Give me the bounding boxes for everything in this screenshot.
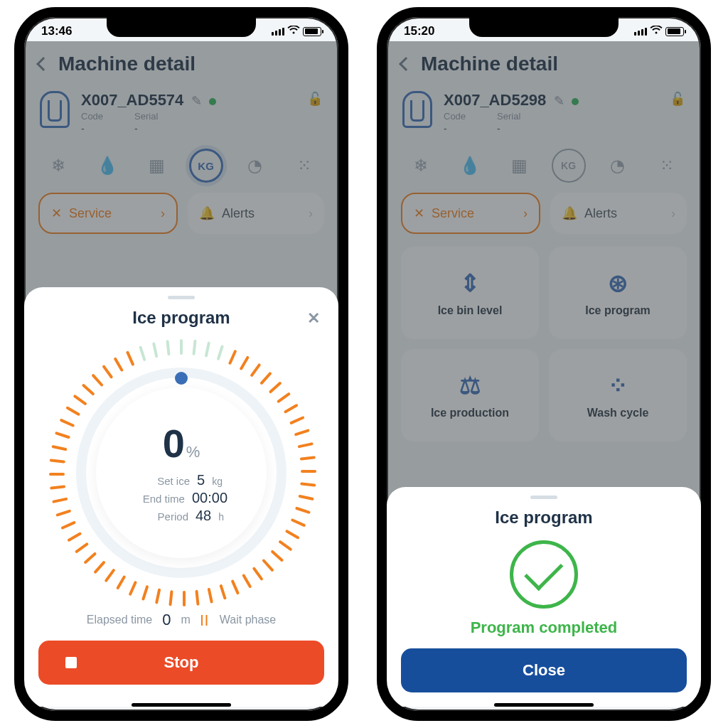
close-button[interactable]: Close <box>401 648 687 692</box>
elapsed-value: 0 <box>162 611 171 629</box>
pause-icon: || <box>200 614 210 626</box>
ice-program-sheet: Ice program ✕ 0% Set ice5kg End time00:0… <box>24 287 338 707</box>
clock: 13:46 <box>41 24 72 38</box>
end-time-value: 00:00 <box>192 490 228 506</box>
percent-value: 0 <box>163 421 185 466</box>
wifi-icon <box>287 24 300 38</box>
period-value: 48 <box>196 508 211 524</box>
stop-button[interactable]: Stop <box>38 641 324 685</box>
battery-icon <box>665 27 684 36</box>
sheet-title: Ice program <box>495 508 592 527</box>
set-ice-value: 5 <box>197 472 205 488</box>
notch <box>469 17 619 37</box>
wifi-icon <box>650 24 663 38</box>
stop-label: Stop <box>164 653 199 672</box>
period-unit: h <box>218 511 224 523</box>
gauge-marker <box>175 372 188 385</box>
home-indicator[interactable] <box>132 703 231 707</box>
set-ice-unit: kg <box>212 476 223 487</box>
signal-icon <box>272 28 284 36</box>
phase-label: Wait phase <box>220 614 276 626</box>
progress-gauge: 0% Set ice5kg End time00:00 Period48h <box>46 338 316 608</box>
notch <box>107 17 256 37</box>
phone-right: 15:20 Machine detail X007_AD5298 ✎ Co <box>377 7 711 721</box>
ice-program-result-sheet: Ice program Program completed Close <box>387 487 701 707</box>
clock: 15:20 <box>404 24 434 38</box>
success-check-icon <box>510 540 578 609</box>
signal-icon <box>634 28 647 36</box>
sheet-title: Ice program <box>132 308 230 327</box>
home-indicator[interactable] <box>494 703 594 707</box>
drag-handle[interactable] <box>168 296 195 299</box>
phone-left: 13:46 Machine detail X007_AD5574 ✎ Co <box>14 7 348 721</box>
set-ice-label: Set ice <box>140 475 190 487</box>
battery-icon <box>303 27 321 36</box>
completed-text: Program completed <box>401 619 687 637</box>
period-label: Period <box>139 510 188 523</box>
percent-unit: % <box>186 443 200 461</box>
stop-icon <box>65 657 77 668</box>
close-label: Close <box>523 661 565 680</box>
elapsed-unit: m <box>181 614 191 626</box>
close-icon[interactable]: ✕ <box>307 309 320 328</box>
elapsed-label: Elapsed time <box>87 614 153 626</box>
end-time-label: End time <box>135 493 185 505</box>
drag-handle[interactable] <box>530 496 557 499</box>
